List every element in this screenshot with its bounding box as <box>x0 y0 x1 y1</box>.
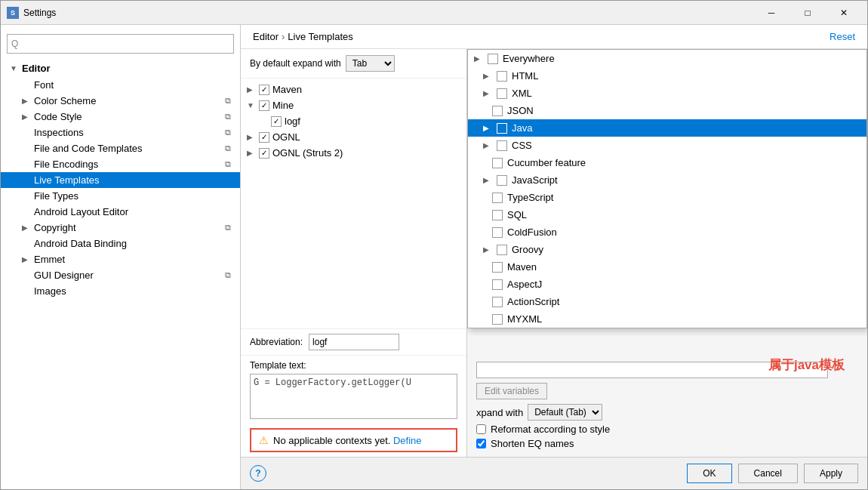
dropdown-checkbox[interactable] <box>497 245 507 255</box>
reset-button[interactable]: Reset <box>830 31 855 42</box>
dropdown-checkbox[interactable] <box>492 279 503 290</box>
sidebar-item-emmet[interactable]: ▶ Emmet <box>1 251 240 267</box>
dropdown-checkbox[interactable] <box>492 193 503 203</box>
abbreviation-input[interactable] <box>309 334 399 350</box>
dropdown-item-javascript[interactable]: ▶ JavaScript <box>468 171 866 189</box>
define-link[interactable]: Define <box>393 435 422 446</box>
apply-button[interactable]: Apply <box>804 464 858 483</box>
edit-variables-button[interactable]: Edit variables <box>476 383 547 399</box>
breadcrumb-separator: › <box>282 31 285 42</box>
abbreviation-row: Abbreviation: <box>241 328 466 355</box>
tree-item-ognl[interactable]: ▶ OGNL <box>241 129 466 145</box>
tree-checkbox-mine[interactable] <box>259 100 269 111</box>
tree-item-maven[interactable]: ▶ Maven <box>241 82 466 97</box>
sidebar-item-android-layout[interactable]: Android Layout Editor <box>1 204 240 220</box>
expand-arrow-icon: ▶ <box>247 133 256 141</box>
dropdown-item-coldfusion[interactable]: ColdFusion <box>468 223 866 241</box>
sidebar-item-file-types[interactable]: File Types <box>1 188 240 204</box>
sidebar-item-editor[interactable]: ▼ Editor <box>1 60 240 77</box>
tree-item-label: Maven <box>272 84 302 95</box>
expand-arrow-icon: ▶ <box>22 112 31 121</box>
dropdown-item-json[interactable]: JSON <box>468 102 866 119</box>
sidebar-item-gui-designer[interactable]: GUI Designer ⧉ <box>1 267 240 283</box>
expand-arrow-icon: ▶ <box>483 72 492 80</box>
warning-icon: ⚠ <box>259 434 269 446</box>
cancel-button[interactable]: Cancel <box>738 464 798 483</box>
reformat-checkbox[interactable] <box>476 424 486 434</box>
expand-by-select[interactable]: Tab Enter Space <box>346 55 395 72</box>
main-content: Q ▼ Editor Font ▶ Color Scheme ⧉ ▶ Code … <box>1 25 867 489</box>
sidebar-item-file-encodings[interactable]: File Encodings ⧉ <box>1 156 240 172</box>
dropdown-checkbox[interactable] <box>497 140 507 151</box>
titlebar-controls: ─ □ ✕ <box>754 1 861 25</box>
template-code-area[interactable]: G = LoggerFactory.getLogger(U <box>250 374 457 419</box>
dropdown-checkbox[interactable] <box>497 71 507 82</box>
copy-icon: ⧉ <box>225 159 231 169</box>
expand-arrow-icon: ▶ <box>247 149 256 157</box>
dropdown-item-label: Maven <box>507 261 537 273</box>
shorten-checkbox[interactable] <box>476 439 486 448</box>
sidebar-item-label: Copyright <box>34 222 76 233</box>
dropdown-checkbox[interactable] <box>492 210 503 220</box>
tree-checkbox-ognl-struts[interactable] <box>259 148 269 159</box>
titlebar: S Settings ─ □ ✕ <box>1 1 867 25</box>
tree-item-mine[interactable]: ▼ Mine <box>241 97 466 113</box>
sidebar-item-live-templates[interactable]: Live Templates <box>1 172 240 188</box>
tree-item-ognl-struts[interactable]: ▶ OGNL (Struts 2) <box>241 145 466 161</box>
dropdown-item-label: AspectJ <box>507 279 542 290</box>
maximize-button[interactable]: □ <box>790 1 825 25</box>
options-section: xpand with Default (Tab) Tab Enter <box>476 404 858 449</box>
dropdown-item-everywhere[interactable]: ▶ Everywhere <box>468 50 866 67</box>
dropdown-item-myxml[interactable]: MYXML <box>468 310 866 328</box>
close-button[interactable]: ✕ <box>826 1 861 25</box>
tree-checkbox-maven[interactable] <box>259 85 269 95</box>
tree-checkbox-ognl[interactable] <box>259 132 269 143</box>
dropdown-item-groovy[interactable]: ▶ Groovy <box>468 241 866 258</box>
dropdown-checkbox[interactable] <box>492 314 503 325</box>
minimize-button[interactable]: ─ <box>754 1 789 25</box>
sidebar-item-color-scheme[interactable]: ▶ Color Scheme ⧉ <box>1 93 240 109</box>
dropdown-item-css[interactable]: ▶ CSS <box>468 137 866 154</box>
dropdown-item-actionscript[interactable]: ActionScript <box>468 293 866 310</box>
expand-with-select[interactable]: Default (Tab) Tab Enter <box>528 404 602 421</box>
search-input[interactable] <box>7 34 234 54</box>
dropdown-item-cucumber[interactable]: Cucumber feature <box>468 154 866 171</box>
ok-button[interactable]: OK <box>687 464 731 483</box>
sidebar-item-label: Android Layout Editor <box>34 206 128 217</box>
sidebar-item-file-code-templates[interactable]: File and Code Templates ⧉ <box>1 140 240 156</box>
sidebar-item-copyright[interactable]: ▶ Copyright ⧉ <box>1 220 240 236</box>
dropdown-item-aspectj[interactable]: AspectJ <box>468 276 866 293</box>
tree-checkbox-logf[interactable] <box>271 116 282 127</box>
dropdown-item-sql[interactable]: SQL <box>468 206 866 223</box>
dropdown-checkbox[interactable] <box>492 227 503 238</box>
sidebar-item-code-style[interactable]: ▶ Code Style ⧉ <box>1 109 240 125</box>
dropdown-checkbox[interactable] <box>492 297 503 307</box>
dropdown-item-typescript[interactable]: TypeScript <box>468 189 866 206</box>
dropdown-item-java[interactable]: ▶ Java <box>468 119 866 137</box>
bottom-right: OK Cancel Apply <box>687 464 858 483</box>
sidebar-item-label: Font <box>34 79 54 91</box>
dropdown-checkbox[interactable] <box>497 123 507 134</box>
sidebar-item-label: Code Style <box>34 111 82 122</box>
dropdown-checkbox[interactable] <box>488 54 498 64</box>
expand-with-label: xpand with <box>476 407 523 418</box>
search-box: Q <box>7 34 234 54</box>
tree-item-logf[interactable]: logf <box>241 113 466 129</box>
dropdown-checkbox[interactable] <box>497 175 507 186</box>
sidebar-item-images[interactable]: Images <box>1 283 240 299</box>
reformat-option: Reformat according to style <box>476 424 858 435</box>
help-button[interactable]: ? <box>250 465 266 482</box>
sidebar-item-inspections[interactable]: Inspections ⧉ <box>1 125 240 140</box>
dropdown-checkbox[interactable] <box>492 106 503 116</box>
dropdown-item-html[interactable]: ▶ HTML <box>468 67 866 85</box>
dropdown-checkbox[interactable] <box>497 88 507 99</box>
sidebar-item-label: Editor <box>22 63 51 74</box>
dropdown-item-maven[interactable]: Maven <box>468 258 866 276</box>
dropdown-checkbox[interactable] <box>492 262 503 273</box>
sidebar-item-android-data[interactable]: Android Data Binding <box>1 236 240 251</box>
sidebar-item-label: File and Code Templates <box>34 143 143 154</box>
sidebar-item-font[interactable]: Font <box>1 77 240 93</box>
dropdown-checkbox[interactable] <box>492 158 503 168</box>
dropdown-item-xml[interactable]: ▶ XML <box>468 85 866 102</box>
bottom-left: ? <box>250 465 266 482</box>
